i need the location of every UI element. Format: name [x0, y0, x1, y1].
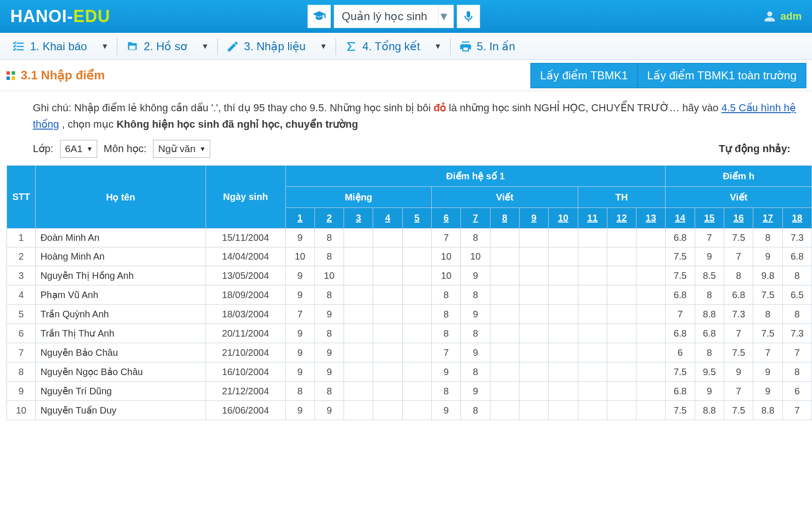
col-index[interactable]: 14: [666, 208, 695, 229]
cell-score[interactable]: [578, 382, 607, 401]
cell-score[interactable]: [373, 343, 402, 362]
cell-score[interactable]: [549, 247, 578, 266]
cell-score[interactable]: [402, 362, 431, 382]
cell-score[interactable]: 9: [285, 285, 314, 305]
cell-score[interactable]: 6.8: [666, 285, 695, 305]
cell-score[interactable]: [636, 401, 666, 420]
cell-score[interactable]: 7.5: [724, 401, 753, 420]
cell-score[interactable]: [549, 285, 578, 305]
cell-score[interactable]: 9: [753, 247, 782, 266]
cell-score[interactable]: [519, 266, 548, 285]
module-icon[interactable]: [307, 5, 331, 28]
cell-score[interactable]: [373, 324, 402, 343]
cell-score[interactable]: 8: [432, 382, 461, 401]
cell-score[interactable]: 8: [461, 324, 490, 343]
cell-score[interactable]: [578, 229, 607, 247]
cell-score[interactable]: 8.8: [695, 305, 724, 324]
cell-score[interactable]: 8: [782, 305, 812, 324]
cell-score[interactable]: 7: [782, 343, 812, 362]
cell-score[interactable]: 9: [285, 343, 314, 362]
cell-score[interactable]: 9: [724, 362, 753, 382]
col-index[interactable]: 18: [782, 208, 812, 229]
cell-score[interactable]: [373, 382, 402, 401]
cell-score[interactable]: [578, 401, 607, 420]
cell-score[interactable]: 8: [432, 324, 461, 343]
cell-score[interactable]: [549, 343, 578, 362]
cell-score[interactable]: [490, 229, 519, 247]
cell-score[interactable]: 7.5: [666, 247, 695, 266]
col-index[interactable]: 15: [695, 208, 724, 229]
cell-score[interactable]: [344, 324, 373, 343]
cell-score[interactable]: [519, 324, 548, 343]
cell-score[interactable]: 10: [432, 266, 461, 285]
cell-score[interactable]: [490, 305, 519, 324]
cell-score[interactable]: 8: [314, 324, 344, 343]
col-index[interactable]: 5: [402, 208, 431, 229]
cell-score[interactable]: [519, 401, 548, 420]
cell-score[interactable]: 8.8: [753, 401, 782, 420]
cell-score[interactable]: 6: [782, 382, 812, 401]
cell-score[interactable]: [607, 401, 636, 420]
cell-score[interactable]: [607, 229, 636, 247]
cell-score[interactable]: 6.8: [666, 382, 695, 401]
cell-score[interactable]: 7.3: [782, 324, 812, 343]
cell-score[interactable]: [549, 324, 578, 343]
cell-score[interactable]: [373, 247, 402, 266]
cell-score[interactable]: 9: [432, 362, 461, 382]
cell-score[interactable]: 9: [285, 362, 314, 382]
cell-score[interactable]: 8: [314, 382, 344, 401]
cell-score[interactable]: 10: [314, 266, 344, 285]
cell-score[interactable]: 9: [753, 382, 782, 401]
cell-score[interactable]: [607, 382, 636, 401]
col-index[interactable]: 12: [607, 208, 636, 229]
cell-score[interactable]: [607, 285, 636, 305]
col-index[interactable]: 9: [519, 208, 548, 229]
col-index[interactable]: 6: [432, 208, 461, 229]
cell-score[interactable]: 9: [285, 266, 314, 285]
fetch-tbmk1-school-button[interactable]: Lấy điểm TBMK1 toàn trường: [638, 63, 806, 88]
cell-score[interactable]: [402, 266, 431, 285]
cell-score[interactable]: [490, 324, 519, 343]
cell-score[interactable]: [519, 285, 548, 305]
cell-score[interactable]: 9: [314, 362, 344, 382]
cell-score[interactable]: [607, 266, 636, 285]
cell-score[interactable]: 7: [724, 382, 753, 401]
cell-score[interactable]: [373, 285, 402, 305]
cell-score[interactable]: 8: [314, 285, 344, 305]
cell-score[interactable]: [578, 324, 607, 343]
cell-score[interactable]: [344, 266, 373, 285]
cell-score[interactable]: 9: [314, 305, 344, 324]
menu-tong-ket[interactable]: 4. Tổng kết▼: [338, 33, 448, 60]
menu-nhap-lieu[interactable]: 3. Nhập liệu▼: [220, 33, 334, 60]
cell-score[interactable]: [519, 229, 548, 247]
cell-score[interactable]: 10: [432, 247, 461, 266]
cell-score[interactable]: [490, 362, 519, 382]
cell-score[interactable]: 9: [695, 247, 724, 266]
cell-score[interactable]: [549, 382, 578, 401]
cell-score[interactable]: [402, 324, 431, 343]
cell-score[interactable]: [549, 401, 578, 420]
cell-score[interactable]: 9: [461, 305, 490, 324]
cell-score[interactable]: [636, 324, 666, 343]
cell-score[interactable]: [607, 247, 636, 266]
cell-score[interactable]: 7: [285, 305, 314, 324]
cell-score[interactable]: 6.8: [695, 324, 724, 343]
cell-score[interactable]: 7: [724, 324, 753, 343]
cell-score[interactable]: 8: [782, 266, 812, 285]
cell-score[interactable]: [607, 305, 636, 324]
cell-score[interactable]: [373, 229, 402, 247]
cell-score[interactable]: 7.5: [666, 401, 695, 420]
cell-score[interactable]: [549, 229, 578, 247]
cell-score[interactable]: 7: [753, 343, 782, 362]
cell-score[interactable]: 7.3: [724, 305, 753, 324]
cell-score[interactable]: 9.5: [695, 362, 724, 382]
cell-score[interactable]: 9: [314, 401, 344, 420]
cell-score[interactable]: 9: [285, 324, 314, 343]
cell-score[interactable]: 7.5: [724, 229, 753, 247]
cell-score[interactable]: 9: [461, 382, 490, 401]
cell-score[interactable]: 10: [461, 247, 490, 266]
cell-score[interactable]: 6.8: [666, 229, 695, 247]
cell-score[interactable]: 8: [461, 401, 490, 420]
cell-score[interactable]: [578, 343, 607, 362]
cell-score[interactable]: 8: [782, 362, 812, 382]
